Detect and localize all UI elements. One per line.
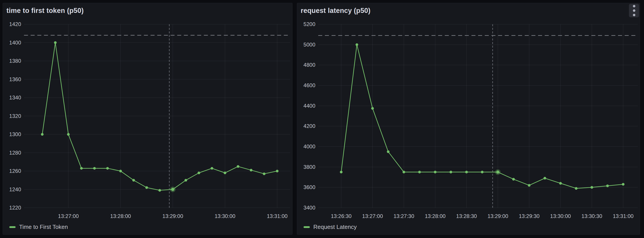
data-point[interactable]: [559, 182, 562, 185]
y-tick-label: 4600: [304, 82, 315, 88]
x-tick-label: 13:27:00: [362, 213, 383, 219]
data-point[interactable]: [171, 188, 174, 191]
legend-series-swatch: [9, 226, 16, 228]
data-point[interactable]: [210, 167, 213, 170]
y-tick-label: 1220: [9, 205, 21, 211]
data-point[interactable]: [496, 171, 500, 174]
data-point[interactable]: [371, 107, 374, 110]
y-tick-label: 4400: [304, 103, 315, 109]
data-point[interactable]: [276, 170, 278, 172]
data-point[interactable]: [54, 41, 57, 44]
kebab-menu-icon: [633, 5, 635, 16]
data-point[interactable]: [575, 187, 578, 190]
data-point[interactable]: [145, 186, 148, 189]
y-tick-label: 1260: [9, 168, 21, 174]
data-point[interactable]: [237, 165, 240, 168]
data-point[interactable]: [590, 186, 593, 189]
y-tick-label: 4200: [304, 123, 315, 129]
data-point[interactable]: [198, 172, 200, 174]
dashboard: time to first token (p50) 12201240126012…: [0, 0, 644, 238]
data-point[interactable]: [418, 171, 421, 174]
data-point[interactable]: [41, 133, 44, 136]
data-point[interactable]: [67, 133, 70, 136]
y-tick-label: 5200: [304, 21, 315, 27]
data-point[interactable]: [450, 171, 452, 174]
data-point[interactable]: [119, 170, 122, 172]
y-tick-label: 1300: [9, 131, 21, 137]
y-tick-label: 1240: [9, 186, 21, 192]
time-series-chart: 3400360038004000420044004600480050005200…: [297, 3, 640, 234]
data-point[interactable]: [465, 171, 468, 174]
data-point[interactable]: [356, 43, 358, 46]
x-tick-label: 13:30:30: [582, 213, 602, 219]
data-point[interactable]: [622, 183, 624, 186]
data-point[interactable]: [106, 167, 109, 170]
x-tick-label: 13:30:00: [214, 213, 235, 219]
data-point[interactable]: [606, 184, 609, 187]
x-tick-label: 13:28:00: [110, 213, 131, 219]
y-tick-label: 5000: [304, 42, 315, 48]
x-tick-label: 13:28:30: [456, 213, 477, 219]
x-tick-label: 13:31:00: [613, 213, 633, 219]
data-point[interactable]: [250, 169, 252, 172]
data-point[interactable]: [263, 172, 265, 175]
data-point[interactable]: [434, 171, 436, 174]
data-point[interactable]: [132, 179, 135, 181]
legend-item[interactable]: Request Latency: [304, 223, 357, 230]
x-tick-label: 13:27:30: [394, 213, 414, 219]
y-tick-label: 4000: [304, 144, 315, 150]
data-point[interactable]: [387, 150, 390, 153]
y-tick-label: 1400: [9, 40, 21, 46]
data-point[interactable]: [158, 189, 161, 192]
panel-menu-button[interactable]: [629, 4, 639, 17]
data-point[interactable]: [544, 177, 546, 179]
plot-area[interactable]: [318, 24, 638, 208]
data-point[interactable]: [340, 171, 342, 174]
panel-title[interactable]: time to first token (p50): [6, 7, 84, 15]
data-point[interactable]: [80, 167, 83, 170]
panel-time-to-first-token: time to first token (p50) 12201240126012…: [3, 3, 292, 235]
x-tick-label: 13:30:00: [550, 213, 571, 219]
y-tick-label: 1360: [9, 76, 21, 82]
y-tick-label: 1280: [9, 150, 21, 156]
data-point[interactable]: [184, 179, 187, 181]
x-tick-label: 13:29:00: [162, 213, 183, 219]
y-tick-label: 3800: [304, 164, 315, 170]
time-series-chart: 1220124012601280130013201340136013801400…: [3, 3, 292, 234]
panel-title[interactable]: request latency (p50): [301, 7, 370, 15]
data-point[interactable]: [224, 172, 226, 174]
x-tick-label: 13:28:00: [425, 213, 446, 219]
y-tick-label: 1380: [9, 58, 21, 64]
legend-series-label: Request Latency: [313, 223, 357, 230]
data-point[interactable]: [93, 167, 96, 170]
x-tick-label: 13:29:30: [519, 213, 540, 219]
legend-series-swatch: [304, 226, 310, 228]
y-tick-label: 1340: [9, 94, 21, 100]
x-tick-label: 13:31:00: [267, 213, 288, 219]
panel-request-latency: request latency (p50) 340036003800400042…: [297, 3, 640, 235]
y-tick-label: 3600: [304, 184, 315, 190]
data-point[interactable]: [481, 171, 484, 174]
x-tick-label: 13:27:00: [58, 213, 78, 219]
x-tick-label: 13:29:00: [488, 213, 508, 219]
y-tick-label: 1420: [9, 21, 21, 27]
data-point[interactable]: [512, 178, 515, 181]
data-point[interactable]: [528, 184, 530, 187]
y-tick-label: 3400: [304, 205, 315, 211]
data-point[interactable]: [402, 171, 405, 174]
y-tick-label: 4800: [304, 62, 315, 68]
legend-series-label: Time to First Token: [19, 223, 68, 230]
legend-item[interactable]: Time to First Token: [9, 223, 68, 230]
x-tick-label: 13:26:30: [331, 213, 352, 219]
y-tick-label: 1320: [9, 113, 21, 119]
